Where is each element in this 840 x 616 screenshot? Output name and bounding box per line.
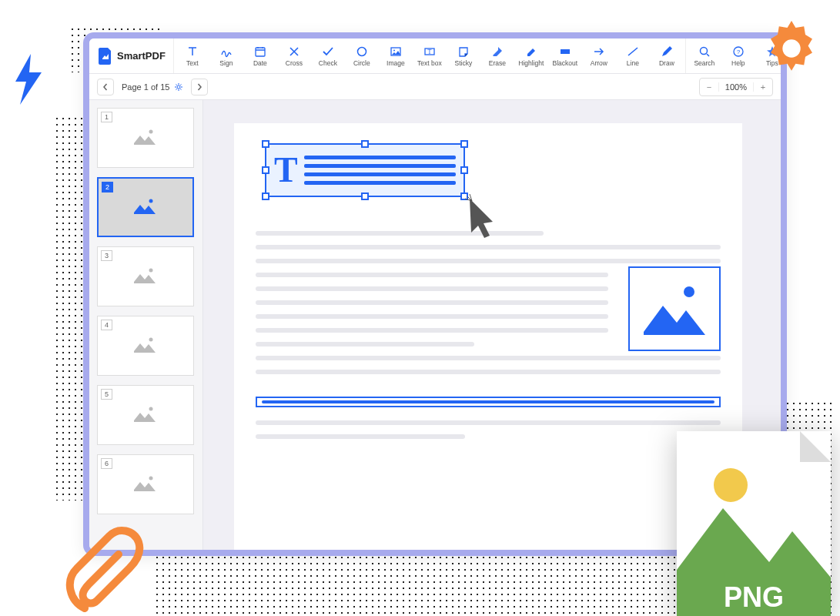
image-placeholder-icon	[132, 126, 159, 149]
thumbnail[interactable]: 3	[97, 246, 194, 306]
tool-cross[interactable]: Cross	[277, 38, 311, 73]
thumbnail-number: 5	[101, 389, 112, 400]
tool-text[interactable]: Text	[176, 38, 209, 73]
thumbnail[interactable]: 2	[97, 177, 194, 237]
resize-handle[interactable]	[361, 192, 369, 200]
thumbnail[interactable]: 4	[97, 316, 194, 376]
textbox-lines	[304, 156, 456, 185]
image-placeholder-icon	[132, 473, 159, 496]
tool-check[interactable]: Check	[311, 38, 345, 73]
resize-handle[interactable]	[460, 166, 468, 174]
tool-label: Check	[319, 59, 337, 67]
resize-handle[interactable]	[361, 140, 369, 148]
thumbnail[interactable]: 5	[97, 385, 194, 445]
svg-point-8	[393, 49, 395, 51]
svg-point-0	[782, 39, 800, 57]
tool-label: Line	[627, 59, 639, 67]
tool-label: Arrow	[591, 59, 607, 67]
cross-icon	[288, 45, 300, 58]
thumbnail[interactable]: 6	[97, 454, 194, 514]
svg-point-15	[177, 85, 180, 89]
tool-search[interactable]: Search	[688, 38, 721, 73]
line-icon	[627, 45, 639, 58]
page-nav: Page 1 of 15	[97, 79, 208, 95]
tool-circle[interactable]: Circle	[345, 38, 379, 73]
zoom-out-button[interactable]: −	[700, 82, 718, 92]
image-placeholder-icon	[132, 265, 159, 288]
tool-sign[interactable]: Sign	[209, 38, 243, 73]
tool-label: Erase	[489, 59, 506, 67]
next-page-button[interactable]	[191, 79, 208, 95]
tool-label: Date	[253, 59, 267, 67]
page-bar: Page 1 of 15 − 100% +	[89, 74, 781, 100]
page-label: Page 1 of 15	[122, 82, 169, 92]
svg-rect-11	[561, 49, 570, 54]
tool-line[interactable]: Line	[616, 38, 650, 73]
tool-label: Help	[731, 59, 745, 67]
tool-arrow[interactable]: Arrow	[582, 38, 616, 73]
svg-point-6	[357, 47, 366, 55]
highlight-icon	[525, 45, 537, 58]
zoom-in-button[interactable]: +	[754, 82, 772, 92]
gear-icon[interactable]	[174, 82, 183, 92]
text-icon	[186, 45, 199, 58]
svg-text:PNG: PNG	[724, 581, 784, 613]
resize-handle[interactable]	[262, 140, 269, 148]
main-toolbar: SmartPDF Text Sign Date Cross Check	[89, 38, 781, 74]
tool-highlight[interactable]: Highlight	[514, 38, 548, 73]
svg-point-21	[149, 477, 153, 480]
thumbnail-number: 2	[102, 182, 113, 192]
circle-icon	[356, 45, 368, 58]
image-placeholder-icon	[132, 334, 159, 357]
tool-image[interactable]: Image	[379, 38, 413, 73]
image-annotation[interactable]	[628, 266, 721, 351]
svg-point-17	[149, 199, 153, 203]
app-logo: SmartPDF	[95, 38, 174, 73]
image-icon	[390, 45, 402, 58]
calendar-icon	[254, 45, 266, 58]
svg-point-22	[684, 286, 694, 297]
tool-label: Text	[186, 59, 199, 67]
tool-textbox[interactable]: T Text box	[413, 38, 447, 73]
tool-label: Circle	[353, 59, 370, 67]
tool-blackout[interactable]: Blackout	[548, 38, 582, 73]
tool-label: Cross	[286, 59, 303, 67]
svg-point-2	[714, 468, 748, 502]
tool-label: Highlight	[518, 59, 544, 67]
paperclip-icon	[62, 524, 146, 616]
blackout-icon	[559, 45, 571, 58]
check-icon	[322, 45, 334, 58]
gear-icon	[757, 14, 826, 83]
draw-icon	[661, 45, 673, 58]
sticky-icon	[457, 45, 470, 58]
page-indicator: Page 1 of 15	[122, 82, 183, 92]
prev-page-button[interactable]	[97, 79, 114, 95]
tool-date[interactable]: Date	[243, 38, 277, 73]
svg-point-16	[149, 130, 153, 134]
logo-icon	[99, 48, 112, 65]
page[interactable]: T	[234, 123, 742, 550]
resize-handle[interactable]	[262, 192, 269, 200]
tool-help[interactable]: ? Help	[721, 38, 755, 73]
thumbnail-number: 6	[101, 458, 112, 469]
tool-label: Search	[694, 59, 715, 67]
resize-handle[interactable]	[460, 140, 468, 148]
tool-label: Sticky	[455, 59, 473, 67]
thumbnail-number: 1	[101, 112, 112, 122]
lightning-icon	[8, 52, 49, 106]
svg-point-12	[700, 47, 707, 54]
tool-draw[interactable]: Draw	[650, 38, 684, 73]
thumbnail-number: 3	[101, 250, 112, 261]
zoom-value: 100%	[718, 82, 754, 92]
svg-point-18	[149, 269, 153, 273]
tool-sticky[interactable]: Sticky	[447, 38, 480, 73]
highlight-annotation[interactable]	[256, 397, 721, 407]
selected-textbox[interactable]: T	[265, 143, 465, 197]
thumbnail-panel[interactable]: 1 2 3 4 5 6	[89, 100, 203, 550]
dot-grid	[154, 554, 739, 616]
svg-point-19	[149, 338, 153, 342]
thumbnail[interactable]: 1	[97, 108, 194, 168]
tool-erase[interactable]: Erase	[480, 38, 514, 73]
tool-label: Draw	[659, 59, 674, 67]
resize-handle[interactable]	[262, 166, 269, 174]
